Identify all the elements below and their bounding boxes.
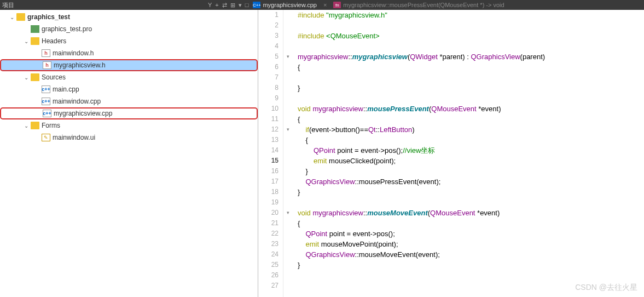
code-line[interactable]: void mygraphicsview::mousePressEvent(QMo…	[298, 104, 644, 114]
tree-item[interactable]: ⌄graphics_test	[0, 11, 258, 23]
fold-icon[interactable]	[283, 83, 292, 93]
code-line[interactable]: mygraphicsview::mygraphicsview(QWidget *…	[298, 52, 644, 62]
code-line[interactable]: }	[298, 187, 644, 197]
expand-icon[interactable]: ⌄	[10, 14, 16, 20]
tree-item[interactable]: c++mainwindow.cpp	[0, 95, 258, 107]
code-line[interactable]: }	[298, 166, 644, 176]
tree-item[interactable]: c++mygraphicsview.cpp	[0, 107, 258, 119]
fold-icon[interactable]	[283, 62, 292, 72]
code-line[interactable]: {	[298, 218, 644, 229]
fold-icon[interactable]: ▾	[283, 208, 292, 218]
code-area[interactable]: #include "mygraphicsview.h"#include <QMo…	[292, 10, 644, 297]
code-line[interactable]: if(event->button()==Qt::LeftButton)	[298, 124, 644, 135]
fold-icon[interactable]	[283, 10, 292, 20]
code-line[interactable]	[298, 281, 644, 291]
code-line[interactable]	[298, 197, 644, 208]
line-number: 10	[258, 104, 279, 114]
code-line[interactable]	[298, 41, 644, 52]
code-line[interactable]	[298, 72, 644, 83]
line-number: 21	[258, 218, 279, 229]
fold-icon[interactable]: ▾	[283, 124, 292, 135]
code-line[interactable]: #include "mygraphicsview.h"	[298, 10, 644, 20]
fold-icon[interactable]	[283, 281, 292, 291]
line-number: 20	[258, 208, 279, 218]
tree-item-label: mainwindow.cpp	[53, 98, 101, 105]
line-number: 23	[258, 239, 279, 249]
link-icon[interactable]: ⇄	[222, 2, 227, 9]
expand-icon[interactable]: ⌄	[24, 123, 31, 129]
code-line[interactable]: QGraphicsView::mouseMoveEvent(event);	[298, 249, 644, 260]
tree-item[interactable]: ✎mainwindow.ui	[0, 132, 258, 144]
tab-active-file[interactable]: C++ mygraphicsview.cpp	[253, 2, 316, 8]
fold-icon[interactable]: ▾	[283, 52, 292, 62]
close-icon[interactable]: ×	[323, 2, 327, 8]
fold-icon[interactable]	[283, 114, 292, 124]
code-line[interactable]: {	[298, 62, 644, 72]
code-line[interactable]: {	[298, 114, 644, 124]
tree-item-label: Forms	[42, 122, 60, 129]
code-line[interactable]	[298, 270, 644, 281]
cpp-icon: c++	[42, 98, 50, 105]
code-line[interactable]: emit mouseMovePoint(point);	[298, 239, 644, 249]
fold-icon[interactable]	[283, 72, 292, 83]
code-line[interactable]: void mygraphicsview::mouseMoveEvent(QMou…	[298, 208, 644, 218]
line-number: 13	[258, 135, 279, 145]
fold-icon[interactable]	[283, 197, 292, 208]
breadcrumb-label: mygraphicsview::mousePressEvent(QMouseEv…	[343, 2, 504, 8]
fold-icon[interactable]	[283, 93, 292, 104]
tree-item[interactable]: graphics_test.pro	[0, 23, 258, 35]
fold-icon[interactable]	[283, 20, 292, 31]
tree-item[interactable]: c++main.cpp	[0, 83, 258, 95]
fold-icon[interactable]	[283, 270, 292, 281]
split-icon[interactable]: □	[245, 2, 249, 8]
fold-icon[interactable]	[283, 41, 292, 52]
line-number: 17	[258, 176, 279, 187]
fold-icon[interactable]	[283, 187, 292, 197]
add-icon[interactable]: +	[215, 2, 218, 8]
tree-item[interactable]: hmygraphicsview.h	[0, 59, 258, 71]
fold-icon[interactable]	[283, 176, 292, 187]
fold-icon[interactable]	[283, 260, 292, 270]
expand-icon[interactable]: ⌄	[24, 38, 31, 44]
tree-item[interactable]: ⌄Forms	[0, 119, 258, 132]
line-number: 9	[258, 93, 279, 104]
fold-icon[interactable]	[283, 104, 292, 114]
dropdown-icon[interactable]: ▾	[239, 2, 242, 9]
code-line[interactable]: {	[298, 135, 644, 145]
expand-icon[interactable]: ⌄	[24, 75, 31, 81]
fold-icon[interactable]	[283, 166, 292, 176]
tree-item[interactable]: ⌄Sources	[0, 71, 258, 83]
fold-icon[interactable]	[283, 135, 292, 145]
layout-icon[interactable]: ⊞	[230, 2, 235, 9]
tree-item[interactable]: hmainwindow.h	[0, 47, 258, 59]
fold-icon[interactable]	[283, 31, 292, 41]
breadcrumb-symbol[interactable]: fn mygraphicsview::mousePressEvent(QMous…	[333, 2, 504, 8]
code-line[interactable]	[298, 93, 644, 104]
function-icon: fn	[333, 2, 341, 8]
code-line[interactable]: }	[298, 83, 644, 93]
code-line[interactable]: QGraphicsView::mousePressEvent(event);	[298, 176, 644, 187]
code-line[interactable]: }	[298, 260, 644, 270]
fold-icon[interactable]	[283, 218, 292, 229]
fold-icon[interactable]	[283, 156, 292, 166]
code-line[interactable]: QPoint point = event->pos();//view坐标	[298, 145, 644, 156]
tree-item[interactable]: ⌄Headers	[0, 35, 258, 47]
filter-icon[interactable]: Y	[208, 2, 212, 8]
code-line[interactable]: QPoint point = event->pos();	[298, 229, 644, 239]
fold-icon[interactable]	[283, 145, 292, 156]
code-line[interactable]	[298, 20, 644, 31]
fold-icon[interactable]	[283, 229, 292, 239]
line-number: 15	[258, 156, 279, 166]
line-number: 8	[258, 83, 279, 93]
tab-label: mygraphicsview.cpp	[263, 2, 316, 8]
code-line[interactable]: #include <QMouseEvent>	[298, 31, 644, 41]
project-sidebar[interactable]: ⌄graphics_testgraphics_test.pro⌄Headersh…	[0, 10, 258, 297]
code-line[interactable]: emit mouseClicked(point);	[298, 156, 644, 166]
tree-item-label: mygraphicsview.cpp	[54, 110, 112, 117]
line-number: 12	[258, 124, 279, 135]
fold-icon[interactable]	[283, 249, 292, 260]
tree-item-label: graphics_test.pro	[42, 25, 92, 33]
code-editor[interactable]: 1234567891011121314151617181920212223242…	[258, 10, 644, 297]
cpp-tab-icon: C++	[253, 2, 260, 8]
fold-icon[interactable]	[283, 239, 292, 249]
